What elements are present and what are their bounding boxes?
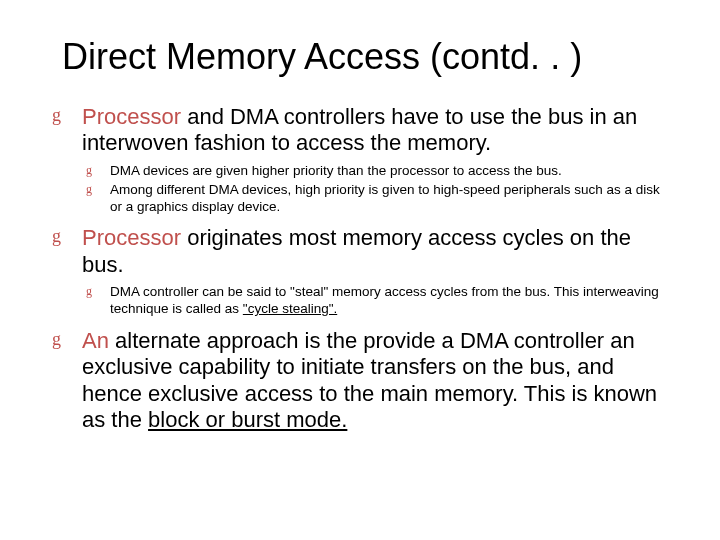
sub-bullet-list: DMA controller can be said to "steal" me… (82, 284, 668, 318)
bullet-text: alternate approach is the provide a DMA … (82, 328, 657, 432)
slide: Direct Memory Access (contd. . ) Process… (0, 0, 720, 476)
slide-title: Direct Memory Access (contd. . ) (62, 36, 668, 78)
bullet-lead: Processor (82, 104, 181, 129)
bullet-item: An alternate approach is the provide a D… (52, 328, 668, 434)
bullet-lead: Processor (82, 225, 181, 250)
bullet-item: Processor and DMA controllers have to us… (52, 104, 668, 215)
sub-bullet-list: DMA devices are given higher priority th… (82, 163, 668, 216)
bullet-list: Processor and DMA controllers have to us… (52, 104, 668, 434)
bullet-item: Processor originates most memory access … (52, 225, 668, 318)
sub-bullet-item: DMA controller can be said to "steal" me… (82, 284, 668, 318)
sub-bullet-item: DMA devices are given higher priority th… (82, 163, 668, 180)
sub-bullet-item: Among different DMA devices, high priori… (82, 182, 668, 216)
bullet-lead: An (82, 328, 109, 353)
